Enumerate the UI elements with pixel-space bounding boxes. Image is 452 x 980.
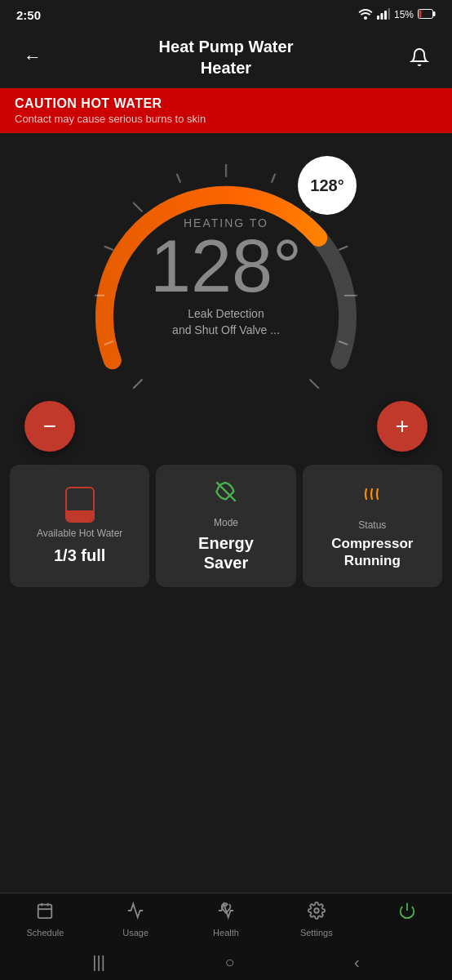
settings-label: Settings [300, 928, 333, 938]
wifi-icon [358, 8, 373, 22]
usage-icon [126, 902, 144, 924]
control-buttons: − + [0, 401, 452, 452]
nav-item-power[interactable] [361, 902, 452, 938]
water-level-icon [65, 487, 95, 523]
caution-banner: CAUTION HOT WATER Contact may cause seri… [0, 88, 452, 133]
svg-rect-7 [419, 10, 422, 17]
svg-line-11 [104, 247, 113, 250]
status-time: 2:50 [16, 8, 41, 22]
nav-item-usage[interactable]: Usage [91, 902, 181, 938]
nav-item-schedule[interactable]: Schedule [0, 902, 91, 938]
bottom-nav: Schedule Usage Health Settings [0, 893, 452, 944]
status-icons: 15% [358, 8, 436, 22]
increase-button[interactable]: + [377, 401, 428, 452]
svg-point-0 [364, 16, 367, 20]
status-value: CompressorRunning [331, 536, 413, 569]
usage-label: Usage [122, 928, 148, 938]
settings-icon [308, 902, 326, 924]
back-button[interactable]: ← [16, 41, 49, 74]
status-card[interactable]: Status CompressorRunning [303, 465, 442, 587]
svg-line-12 [133, 203, 142, 212]
svg-rect-2 [380, 13, 383, 20]
water-label: Available Hot Water [37, 528, 122, 541]
health-label: Health [213, 928, 239, 938]
mode-value: EnergySaver [198, 533, 254, 572]
svg-rect-3 [384, 11, 387, 20]
health-icon [217, 902, 235, 924]
svg-line-13 [177, 174, 180, 183]
mode-card[interactable]: Mode EnergySaver [156, 465, 295, 587]
svg-rect-4 [388, 8, 390, 20]
back-gesture-button[interactable]: ‹ [354, 953, 360, 972]
info-cards: Available Hot Water 1/3 full Mode Energy… [0, 452, 452, 600]
leaf-icon [215, 480, 237, 509]
mode-sublabel: Mode [214, 517, 238, 528]
gauge-center-info: HEATING TO 128° Leak Detectionand Shut O… [150, 216, 302, 338]
steam-icon [358, 483, 386, 511]
page-title: Heat Pump WaterHeater [49, 36, 403, 78]
battery-icon [418, 9, 436, 21]
status-bar: 2:50 15% [0, 0, 452, 29]
svg-rect-21 [38, 905, 52, 919]
svg-line-8 [133, 379, 142, 388]
caution-subtitle: Contact may cause serious burns to skin [15, 113, 437, 125]
nav-item-health[interactable]: Health [181, 902, 272, 938]
power-icon [398, 902, 416, 924]
status-sublabel: Status [358, 519, 386, 531]
svg-rect-6 [433, 11, 436, 16]
svg-line-20 [310, 379, 319, 388]
water-value: 1/3 full [54, 546, 105, 565]
temp-value: 128° [150, 229, 302, 303]
schedule-label: Schedule [26, 928, 64, 938]
temp-bubble[interactable]: 128° [298, 156, 357, 215]
bell-button[interactable] [403, 41, 436, 74]
app-header: ← Heat Pump WaterHeater [0, 29, 452, 88]
svg-line-15 [272, 174, 275, 183]
gauge-section: 128° HEATING TO 128° Leak Detectionand S… [0, 133, 452, 452]
svg-point-25 [314, 908, 319, 913]
recents-button[interactable]: ||| [92, 953, 105, 972]
decrease-button[interactable]: − [24, 401, 75, 452]
schedule-icon [36, 902, 54, 924]
home-button[interactable]: ○ [224, 953, 234, 972]
battery-percentage: 15% [394, 9, 414, 20]
leak-detection-text: Leak Detectionand Shut Off Valve ... [150, 306, 302, 338]
gauge-container: 128° HEATING TO 128° Leak Detectionand S… [71, 141, 381, 401]
home-bar: ||| ○ ‹ [0, 944, 452, 980]
water-card[interactable]: Available Hot Water 1/3 full [10, 465, 149, 587]
caution-title: CAUTION HOT WATER [15, 96, 437, 111]
svg-rect-1 [377, 16, 379, 20]
svg-line-17 [339, 247, 348, 250]
nav-item-settings[interactable]: Settings [271, 902, 361, 938]
signal-icon [377, 8, 390, 22]
